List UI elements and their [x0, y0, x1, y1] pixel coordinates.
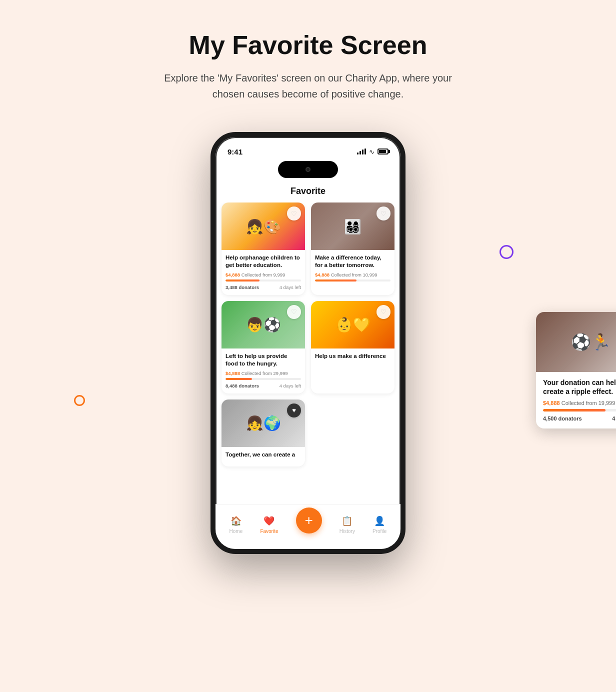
charity-card-1[interactable]: ♡ Help orphanage children to get better … [222, 202, 305, 295]
nav-label-history: History [340, 528, 355, 534]
floating-card-overlay: ♥ Your donation can help us create a rip… [536, 312, 616, 428]
charity-card-2[interactable]: ♡ Make a difference today, for a better … [311, 202, 394, 295]
days-left-1: 4 days left [280, 284, 301, 290]
floating-card-image: ♥ [536, 312, 616, 372]
battery-icon [378, 148, 388, 154]
phone-frame: 9:41 ∿ Favorite [210, 132, 406, 554]
page-title: My Favorite Screen [0, 30, 616, 60]
nav-item-favorite[interactable]: ❤️ Favorite [260, 515, 278, 534]
nav-item-history[interactable]: 📋 History [340, 515, 355, 534]
progress-bar-1 [226, 280, 301, 282]
card-image-4: ♡ [311, 301, 394, 348]
floating-donors: 4,500 donators [543, 416, 582, 422]
favorite-icon: ❤️ [263, 515, 275, 527]
floating-progress-fill [543, 409, 606, 412]
charity-card-5[interactable]: ♥ Together, we can create a [222, 400, 305, 466]
nav-add-button[interactable]: + [296, 508, 322, 534]
heart-button-1[interactable]: ♡ [287, 206, 301, 220]
progress-bar-2 [315, 280, 390, 282]
card-title-1: Help orphanage children to get better ed… [226, 254, 301, 269]
signal-icon [357, 148, 366, 154]
card-body-2: Make a difference today, for a better to… [311, 250, 394, 290]
floating-days: 4 days left [612, 416, 616, 422]
progress-fill-2 [315, 280, 356, 282]
app-title-bar: Favorite [216, 178, 400, 202]
phone-wrapper: 9:41 ∿ Favorite [0, 132, 616, 554]
status-bar: 9:41 ∿ [216, 137, 400, 159]
nav-item-home[interactable]: 🏠 Home [230, 515, 243, 534]
nav-label-home: Home [230, 528, 243, 534]
header-section: My Favorite Screen Explore the 'My Favor… [0, 0, 616, 122]
card-title-4: Help us make a difference [315, 352, 390, 360]
card-body-4: Help us make a difference [311, 348, 394, 368]
status-time: 9:41 [228, 148, 242, 156]
floating-progress-bar [543, 409, 616, 412]
card-title-2: Make a difference today, for a better to… [315, 254, 390, 269]
card-collected-2: $4,888 Collected from 10,999 [315, 272, 390, 278]
history-icon: 📋 [341, 515, 353, 527]
charity-card-4[interactable]: ♡ Help us make a difference [311, 301, 394, 394]
status-icons: ∿ [357, 148, 388, 156]
floating-card-stats: 4,500 donators 4 days left [543, 416, 616, 422]
card-body-3: Left to help us provide food to the hung… [222, 348, 305, 394]
card-body-5: Together, we can create a [222, 447, 305, 466]
card-body-1: Help orphanage children to get better ed… [222, 250, 305, 295]
page-subtitle: Explore the 'My Favorites' screen on our… [158, 70, 458, 102]
card-stats-1: 3,488 donators 4 days left [226, 284, 301, 290]
nav-label-favorite: Favorite [260, 528, 278, 534]
card-image-3: ♡ [222, 301, 305, 348]
progress-fill-1 [226, 280, 260, 282]
card-collected-3: $4,888 Collected from 29,999 [226, 370, 301, 376]
card-image-1: ♡ [222, 202, 305, 250]
dynamic-island-camera [306, 167, 310, 172]
card-stats-3: 8,488 donators 4 days left [226, 383, 301, 388]
progress-bar-3 [226, 378, 301, 380]
heart-button-2[interactable]: ♡ [376, 206, 390, 220]
card-title-5: Together, we can create a [226, 451, 301, 458]
app-screen-title: Favorite [216, 186, 400, 196]
progress-fill-3 [226, 378, 252, 380]
dynamic-island [278, 161, 338, 178]
nav-item-profile[interactable]: 👤 Profile [372, 515, 386, 534]
donors-count-1: 3,488 donators [226, 284, 259, 290]
floating-card-title: Your donation can help us create a rippl… [543, 378, 616, 396]
card-collected-1: $4,888 Collected from 9,999 [226, 272, 301, 278]
donors-count-3: 8,488 donators [226, 383, 259, 388]
heart-button-4[interactable]: ♡ [376, 305, 390, 319]
nav-label-profile: Profile [372, 528, 386, 534]
floating-card-collected: $4,888 Collected from 19,999 [543, 400, 616, 406]
charity-card-3[interactable]: ♡ Left to help us provide food to the hu… [222, 301, 305, 394]
bottom-navigation: 🏠 Home ❤️ Favorite + 📋 History 👤 Profile [216, 504, 400, 549]
heart-button-3[interactable]: ♡ [287, 305, 301, 319]
wifi-icon: ∿ [369, 148, 374, 156]
card-image-5: ♥ [222, 400, 305, 447]
card-title-3: Left to help us provide food to the hung… [226, 352, 301, 368]
cards-grid: ♡ Help orphanage children to get better … [222, 202, 394, 466]
home-icon: 🏠 [230, 515, 242, 527]
app-content: ♡ Help orphanage children to get better … [216, 202, 400, 542]
floating-card-body: Your donation can help us create a rippl… [536, 372, 616, 428]
days-left-3: 4 days left [280, 383, 301, 388]
heart-button-5[interactable]: ♥ [287, 404, 301, 418]
profile-icon: 👤 [374, 515, 386, 527]
floating-amount: $4,888 [543, 400, 560, 406]
card-image-2: ♡ [311, 202, 394, 250]
page-background: My Favorite Screen Explore the 'My Favor… [0, 0, 616, 692]
